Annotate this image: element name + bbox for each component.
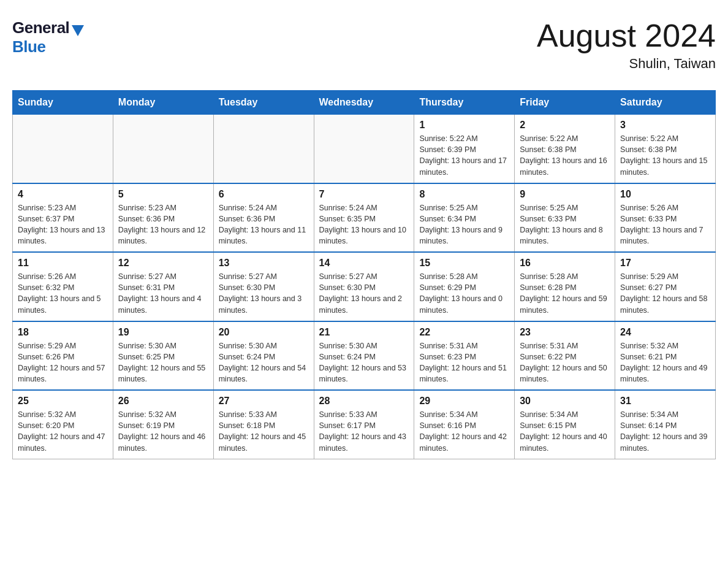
calendar-day-header: Thursday [414, 91, 515, 115]
calendar-day-header: Tuesday [213, 91, 314, 115]
day-info: Sunrise: 5:30 AMSunset: 6:25 PMDaylight:… [118, 340, 208, 385]
calendar-day-cell: 2Sunrise: 5:22 AMSunset: 6:38 PMDaylight… [515, 115, 615, 183]
day-number: 2 [520, 120, 610, 131]
day-info: Sunrise: 5:26 AMSunset: 6:32 PMDaylight:… [18, 271, 108, 316]
day-info: Sunrise: 5:28 AMSunset: 6:28 PMDaylight:… [520, 271, 610, 316]
day-number: 5 [118, 189, 208, 200]
title-section: August 2024 Shulin, Taiwan [537, 18, 716, 72]
day-number: 21 [319, 327, 409, 338]
day-number: 8 [419, 189, 509, 200]
day-number: 3 [620, 120, 710, 131]
logo-triangle-icon [72, 25, 84, 36]
day-info: Sunrise: 5:29 AMSunset: 6:27 PMDaylight:… [620, 271, 710, 316]
calendar-day-cell: 3Sunrise: 5:22 AMSunset: 6:38 PMDaylight… [615, 115, 716, 183]
calendar-day-cell: 11Sunrise: 5:26 AMSunset: 6:32 PMDayligh… [13, 252, 113, 321]
day-number: 16 [520, 258, 610, 269]
day-number: 24 [620, 327, 710, 338]
logo: General Blue [12, 18, 84, 56]
calendar-day-cell: 13Sunrise: 5:27 AMSunset: 6:30 PMDayligh… [213, 252, 314, 321]
day-number: 15 [419, 258, 509, 269]
day-number: 13 [219, 258, 309, 269]
day-info: Sunrise: 5:23 AMSunset: 6:36 PMDaylight:… [118, 202, 208, 247]
calendar-day-cell: 25Sunrise: 5:32 AMSunset: 6:20 PMDayligh… [13, 390, 113, 459]
logo-general-text: General [12, 18, 69, 37]
day-info: Sunrise: 5:25 AMSunset: 6:34 PMDaylight:… [419, 202, 509, 247]
calendar-day-cell: 10Sunrise: 5:26 AMSunset: 6:33 PMDayligh… [615, 183, 716, 253]
day-number: 6 [219, 189, 309, 200]
calendar-day-cell [113, 115, 213, 183]
day-info: Sunrise: 5:29 AMSunset: 6:26 PMDaylight:… [18, 340, 108, 385]
day-number: 17 [620, 258, 710, 269]
calendar-day-cell: 20Sunrise: 5:30 AMSunset: 6:24 PMDayligh… [213, 321, 314, 391]
day-number: 25 [18, 396, 108, 407]
day-info: Sunrise: 5:27 AMSunset: 6:30 PMDaylight:… [219, 271, 309, 316]
calendar-day-cell: 18Sunrise: 5:29 AMSunset: 6:26 PMDayligh… [13, 321, 113, 391]
calendar-day-cell: 9Sunrise: 5:25 AMSunset: 6:33 PMDaylight… [515, 183, 615, 253]
calendar-day-header: Wednesday [314, 91, 414, 115]
day-number: 4 [18, 189, 108, 200]
day-number: 20 [219, 327, 309, 338]
calendar-day-cell: 26Sunrise: 5:32 AMSunset: 6:19 PMDayligh… [113, 390, 213, 459]
day-info: Sunrise: 5:32 AMSunset: 6:20 PMDaylight:… [18, 409, 108, 454]
calendar-week-row: 4Sunrise: 5:23 AMSunset: 6:37 PMDaylight… [13, 183, 716, 253]
day-number: 9 [520, 189, 610, 200]
calendar-day-cell: 15Sunrise: 5:28 AMSunset: 6:29 PMDayligh… [414, 252, 515, 321]
calendar-day-cell: 21Sunrise: 5:30 AMSunset: 6:24 PMDayligh… [314, 321, 414, 391]
calendar-day-header: Monday [113, 91, 213, 115]
day-number: 12 [118, 258, 208, 269]
calendar-day-cell: 27Sunrise: 5:33 AMSunset: 6:18 PMDayligh… [213, 390, 314, 459]
calendar-table: SundayMondayTuesdayWednesdayThursdayFrid… [12, 90, 716, 459]
calendar-week-row: 18Sunrise: 5:29 AMSunset: 6:26 PMDayligh… [13, 321, 716, 391]
calendar-day-cell [13, 115, 113, 183]
day-number: 11 [18, 258, 108, 269]
day-info: Sunrise: 5:27 AMSunset: 6:30 PMDaylight:… [319, 271, 409, 316]
calendar-day-cell: 1Sunrise: 5:22 AMSunset: 6:39 PMDaylight… [414, 115, 515, 183]
page-header: General Blue August 2024 Shulin, Taiwan [12, 12, 716, 78]
day-info: Sunrise: 5:22 AMSunset: 6:38 PMDaylight:… [520, 133, 610, 178]
calendar-day-cell: 24Sunrise: 5:32 AMSunset: 6:21 PMDayligh… [615, 321, 716, 391]
calendar-day-cell: 23Sunrise: 5:31 AMSunset: 6:22 PMDayligh… [515, 321, 615, 391]
calendar-day-cell: 28Sunrise: 5:33 AMSunset: 6:17 PMDayligh… [314, 390, 414, 459]
day-info: Sunrise: 5:34 AMSunset: 6:16 PMDaylight:… [419, 409, 509, 454]
day-info: Sunrise: 5:24 AMSunset: 6:35 PMDaylight:… [319, 202, 409, 247]
day-info: Sunrise: 5:32 AMSunset: 6:19 PMDaylight:… [118, 409, 208, 454]
calendar-week-row: 1Sunrise: 5:22 AMSunset: 6:39 PMDaylight… [13, 115, 716, 183]
calendar-week-row: 11Sunrise: 5:26 AMSunset: 6:32 PMDayligh… [13, 252, 716, 321]
calendar-day-cell [213, 115, 314, 183]
calendar-day-cell: 5Sunrise: 5:23 AMSunset: 6:36 PMDaylight… [113, 183, 213, 253]
day-number: 18 [18, 327, 108, 338]
calendar-day-cell: 8Sunrise: 5:25 AMSunset: 6:34 PMDaylight… [414, 183, 515, 253]
day-info: Sunrise: 5:23 AMSunset: 6:37 PMDaylight:… [18, 202, 108, 247]
calendar-day-cell: 7Sunrise: 5:24 AMSunset: 6:35 PMDaylight… [314, 183, 414, 253]
day-info: Sunrise: 5:26 AMSunset: 6:33 PMDaylight:… [620, 202, 710, 247]
calendar-day-cell: 31Sunrise: 5:34 AMSunset: 6:14 PMDayligh… [615, 390, 716, 459]
day-info: Sunrise: 5:32 AMSunset: 6:21 PMDaylight:… [620, 340, 710, 385]
calendar-day-cell: 17Sunrise: 5:29 AMSunset: 6:27 PMDayligh… [615, 252, 716, 321]
day-info: Sunrise: 5:22 AMSunset: 6:39 PMDaylight:… [419, 133, 509, 178]
calendar-day-cell: 6Sunrise: 5:24 AMSunset: 6:36 PMDaylight… [213, 183, 314, 253]
day-number: 19 [118, 327, 208, 338]
calendar-day-header: Friday [515, 91, 615, 115]
calendar-day-cell: 30Sunrise: 5:34 AMSunset: 6:15 PMDayligh… [515, 390, 615, 459]
day-info: Sunrise: 5:28 AMSunset: 6:29 PMDaylight:… [419, 271, 509, 316]
day-info: Sunrise: 5:25 AMSunset: 6:33 PMDaylight:… [520, 202, 610, 247]
calendar-day-cell [314, 115, 414, 183]
calendar-day-cell: 14Sunrise: 5:27 AMSunset: 6:30 PMDayligh… [314, 252, 414, 321]
day-info: Sunrise: 5:30 AMSunset: 6:24 PMDaylight:… [319, 340, 409, 385]
day-number: 1 [419, 120, 509, 131]
day-info: Sunrise: 5:33 AMSunset: 6:17 PMDaylight:… [319, 409, 409, 454]
day-info: Sunrise: 5:24 AMSunset: 6:36 PMDaylight:… [219, 202, 309, 247]
day-number: 14 [319, 258, 409, 269]
calendar-day-cell: 29Sunrise: 5:34 AMSunset: 6:16 PMDayligh… [414, 390, 515, 459]
day-info: Sunrise: 5:31 AMSunset: 6:22 PMDaylight:… [520, 340, 610, 385]
calendar-day-cell: 12Sunrise: 5:27 AMSunset: 6:31 PMDayligh… [113, 252, 213, 321]
calendar-day-cell: 22Sunrise: 5:31 AMSunset: 6:23 PMDayligh… [414, 321, 515, 391]
day-number: 29 [419, 396, 509, 407]
day-number: 31 [620, 396, 710, 407]
calendar-day-header: Sunday [13, 91, 113, 115]
day-number: 30 [520, 396, 610, 407]
day-number: 7 [319, 189, 409, 200]
calendar-week-row: 25Sunrise: 5:32 AMSunset: 6:20 PMDayligh… [13, 390, 716, 459]
day-number: 23 [520, 327, 610, 338]
location-text: Shulin, Taiwan [537, 56, 716, 72]
